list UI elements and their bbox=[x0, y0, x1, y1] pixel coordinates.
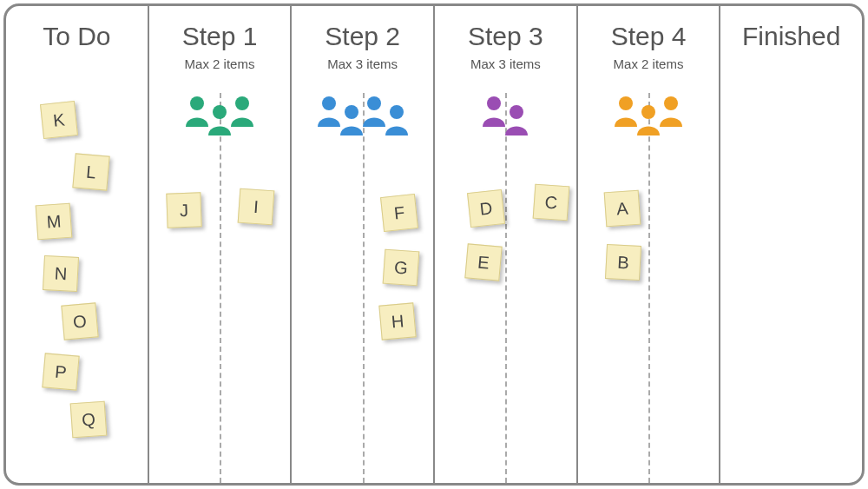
sticky-note[interactable]: K bbox=[40, 101, 78, 139]
column-finished: Finished bbox=[719, 6, 862, 483]
column-wip-limit: Max 3 items bbox=[327, 56, 398, 71]
column-wip-limit: Max 2 items bbox=[185, 56, 255, 71]
sticky-note[interactable]: O bbox=[61, 302, 98, 340]
wip-divider bbox=[363, 93, 365, 483]
column-title: Step 2 bbox=[325, 22, 400, 51]
kanban-board: To Do Step 1 Max 2 items Step 2 Max 3 it… bbox=[3, 3, 865, 486]
people-row-step-3 bbox=[479, 83, 531, 127]
svg-point-9 bbox=[619, 96, 633, 110]
person-icon bbox=[227, 94, 257, 127]
svg-point-1 bbox=[213, 105, 227, 119]
svg-point-2 bbox=[235, 96, 249, 110]
sticky-note[interactable]: E bbox=[464, 243, 502, 281]
svg-point-11 bbox=[664, 96, 678, 110]
column-title: Step 4 bbox=[611, 22, 687, 51]
column-title: To Do bbox=[43, 22, 110, 51]
column-title: Step 3 bbox=[468, 22, 543, 51]
svg-point-6 bbox=[390, 105, 404, 119]
svg-point-4 bbox=[345, 105, 358, 119]
column-step-1: Step 1 Max 2 items bbox=[148, 6, 291, 483]
sticky-note[interactable]: Q bbox=[70, 401, 108, 439]
svg-point-7 bbox=[487, 96, 501, 110]
svg-point-3 bbox=[322, 96, 336, 110]
sticky-note[interactable]: P bbox=[42, 353, 79, 390]
person-icon bbox=[502, 102, 531, 135]
sticky-note[interactable]: N bbox=[43, 255, 79, 292]
sticky-note[interactable]: B bbox=[605, 244, 641, 281]
column-step-4: Step 4 Max 2 items bbox=[576, 6, 720, 483]
svg-point-8 bbox=[510, 105, 523, 119]
column-wip-limit: Max 3 items bbox=[470, 56, 541, 71]
sticky-note[interactable]: H bbox=[378, 302, 416, 340]
column-title: Finished bbox=[742, 22, 840, 51]
person-icon bbox=[656, 94, 686, 127]
column-title: Step 1 bbox=[182, 22, 258, 51]
people-row-step-1 bbox=[182, 83, 257, 127]
column-wip-limit: Max 2 items bbox=[614, 56, 684, 71]
svg-point-0 bbox=[190, 96, 204, 110]
sticky-note[interactable]: F bbox=[380, 194, 418, 232]
sticky-note[interactable]: I bbox=[238, 188, 275, 226]
sticky-note[interactable]: J bbox=[166, 192, 201, 228]
sticky-note[interactable]: D bbox=[467, 189, 505, 228]
people-row-step-4 bbox=[611, 83, 686, 127]
svg-point-10 bbox=[641, 105, 655, 119]
people-row-step-2 bbox=[314, 83, 411, 127]
person-icon bbox=[382, 102, 411, 135]
column-step-3: Step 3 Max 3 items bbox=[433, 6, 576, 483]
svg-point-5 bbox=[367, 96, 381, 110]
column-step-2: Step 2 Max 3 items bbox=[290, 6, 433, 483]
sticky-note[interactable]: A bbox=[604, 190, 641, 228]
wip-divider bbox=[648, 93, 650, 483]
sticky-note[interactable]: C bbox=[533, 184, 570, 221]
sticky-note[interactable]: M bbox=[36, 203, 73, 241]
sticky-note[interactable]: L bbox=[72, 153, 109, 190]
wip-divider bbox=[220, 93, 221, 483]
sticky-note[interactable]: G bbox=[383, 249, 420, 287]
wip-divider bbox=[505, 93, 507, 483]
